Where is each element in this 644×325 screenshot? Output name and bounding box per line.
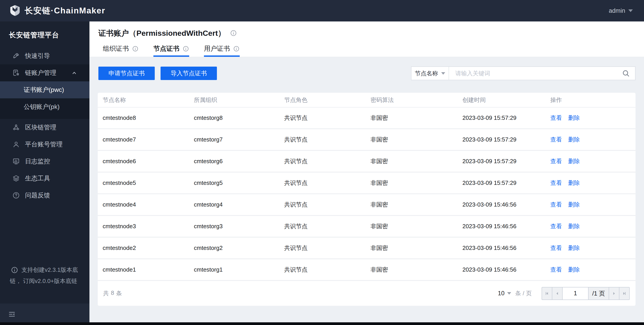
window-bottom-edge: [0, 322, 644, 325]
view-link[interactable]: 查看: [550, 136, 562, 143]
delete-link[interactable]: 删除: [568, 136, 580, 143]
chain-account-icon: [12, 69, 20, 77]
sidebar-item-label: 公钥账户(pk): [24, 103, 60, 111]
sidebar-item-label: 问题反馈: [25, 191, 50, 200]
sidebar-item-feedback[interactable]: 问题反馈: [0, 187, 90, 204]
sidebar-item-label: 日志监控: [25, 157, 50, 166]
cell-node-name: cmtestnode4: [103, 201, 194, 208]
info-icon: [11, 266, 18, 274]
cell-algorithm: 非国密: [370, 201, 462, 209]
sidebar-title: 长安链管理平台: [9, 30, 90, 40]
col-org: 所属组织: [194, 96, 284, 104]
view-link[interactable]: 查看: [550, 201, 562, 209]
cell-node-name: cmtestnode3: [103, 223, 194, 230]
first-page-button[interactable]: [542, 287, 552, 300]
delete-link[interactable]: 删除: [568, 114, 580, 122]
platform-account-icon: [12, 140, 20, 148]
col-node-name: 节点名称: [103, 96, 194, 104]
table-footer: 共 8 条 10 条 / 页: [98, 281, 636, 306]
cell-algorithm: 非国密: [370, 244, 462, 252]
last-page-button[interactable]: [619, 287, 630, 300]
search-filter-select[interactable]: 节点名称: [412, 67, 449, 80]
delete-link[interactable]: 删除: [568, 157, 580, 165]
app-header: 长安链·ChainMaker admin: [0, 0, 644, 21]
cell-node-name: cmtestnode8: [103, 114, 194, 121]
col-actions: 操作: [550, 96, 630, 104]
user-menu[interactable]: admin: [609, 7, 633, 14]
sidebar-item-label: 证书账户(pwc): [24, 86, 64, 94]
next-page-button[interactable]: [609, 287, 620, 300]
tab-indicator: [204, 55, 240, 57]
cell-created: 2023-03-09 15:46:56: [462, 223, 550, 230]
total-count: 共 8 条: [103, 290, 122, 297]
delete-link[interactable]: 删除: [568, 201, 580, 209]
delete-link[interactable]: 删除: [568, 266, 580, 274]
sidebar-item-pubkey-account-pk[interactable]: 公钥账户(pk): [0, 98, 90, 115]
title-info-icon[interactable]: [230, 29, 237, 37]
chainmaker-logo-icon: [10, 5, 20, 17]
blockchain-icon: [12, 123, 20, 131]
apply-node-cert-button[interactable]: 申请节点证书: [98, 67, 155, 80]
sidebar-item-log-monitor[interactable]: 日志监控: [0, 153, 90, 170]
sidebar-item-eco-tools[interactable]: 生态工具: [0, 170, 90, 187]
current-page-input[interactable]: [562, 287, 588, 300]
tab-org-cert[interactable]: 组织证书: [103, 44, 139, 57]
cell-role: 共识节点: [284, 266, 370, 274]
tab-user-cert[interactable]: 用户证书: [204, 44, 240, 57]
info-icon[interactable]: [182, 45, 189, 52]
search-icon[interactable]: [622, 69, 630, 77]
sidebar-item-cert-account-pwc[interactable]: 证书账户(pwc): [0, 81, 90, 98]
user-name: admin: [609, 7, 625, 14]
sidebar-item-label: 快速引导: [25, 52, 50, 60]
sidebar-item-blockchain-mgmt[interactable]: 区块链管理: [0, 119, 90, 136]
sidebar-item-label: 生态工具: [25, 174, 50, 183]
cell-org: cmtestorg7: [194, 136, 284, 143]
delete-link[interactable]: 删除: [568, 244, 580, 252]
cell-algorithm: 非国密: [370, 179, 462, 187]
main-content: 证书账户（PermissionedWithCert） 组织证书: [90, 21, 644, 325]
page-size-select[interactable]: 10: [498, 290, 511, 297]
view-link[interactable]: 查看: [550, 179, 562, 187]
tab-node-cert[interactable]: 节点证书: [154, 44, 189, 57]
info-icon[interactable]: [132, 45, 139, 52]
cell-algorithm: 非国密: [370, 157, 462, 165]
view-link[interactable]: 查看: [550, 266, 562, 274]
cell-org: cmtestorg8: [194, 114, 284, 121]
view-link[interactable]: 查看: [550, 244, 562, 252]
total-count-value: 8: [111, 290, 114, 297]
cell-node-name: cmtestnode2: [103, 245, 194, 252]
delete-link[interactable]: 删除: [568, 222, 580, 230]
view-link[interactable]: 查看: [550, 222, 562, 230]
chevron-down-icon: [507, 292, 511, 295]
search-input[interactable]: [449, 67, 622, 80]
log-monitor-icon: [12, 157, 20, 165]
cell-created: 2023-03-09 15:46:56: [462, 245, 550, 252]
table-row: cmtestnode7 cmtestorg7 共识节点 非国密 2023-03-…: [98, 129, 636, 151]
sidebar-item-platform-account-mgmt[interactable]: 平台账号管理: [0, 136, 90, 153]
import-node-cert-button[interactable]: 导入节点证书: [160, 67, 217, 80]
chevron-down-icon: [441, 72, 445, 75]
view-link[interactable]: 查看: [550, 157, 562, 165]
sidebar-group-chain-account: 链账户管理 证书账户(pwc) 公钥账户(pk): [0, 64, 90, 119]
sidebar-nav: 快速引导 链账户管理 证书账户(pwc) 公钥账户(pk): [0, 47, 90, 204]
col-algorithm: 密码算法: [370, 96, 462, 104]
sidebar-collapse-button[interactable]: [0, 304, 90, 325]
cell-node-name: cmtestnode7: [103, 136, 194, 143]
delete-link[interactable]: 删除: [568, 179, 580, 187]
cert-tabs: 组织证书 节点证书: [103, 44, 254, 57]
cell-created: 2023-03-09 15:57:29: [462, 136, 550, 143]
tab-indicator: [154, 55, 189, 57]
table-row: cmtestnode6 cmtestorg6 共识节点 非国密 2023-03-…: [98, 151, 636, 173]
collapse-menu-icon: [8, 310, 17, 319]
sidebar-item-label: 链账户管理: [25, 69, 56, 77]
sidebar-item-chain-account-mgmt[interactable]: 链账户管理: [0, 64, 90, 81]
brand[interactable]: 长安链·ChainMaker: [10, 5, 105, 17]
prev-page-button[interactable]: [552, 287, 562, 300]
sidebar-item-quick-guide[interactable]: 快速引导: [0, 47, 90, 64]
info-icon[interactable]: [233, 45, 240, 52]
cell-node-name: cmtestnode6: [103, 158, 194, 165]
feedback-icon: [12, 191, 20, 199]
cell-org: cmtestorg2: [194, 245, 284, 252]
cell-role: 共识节点: [284, 157, 370, 165]
view-link[interactable]: 查看: [550, 114, 562, 122]
